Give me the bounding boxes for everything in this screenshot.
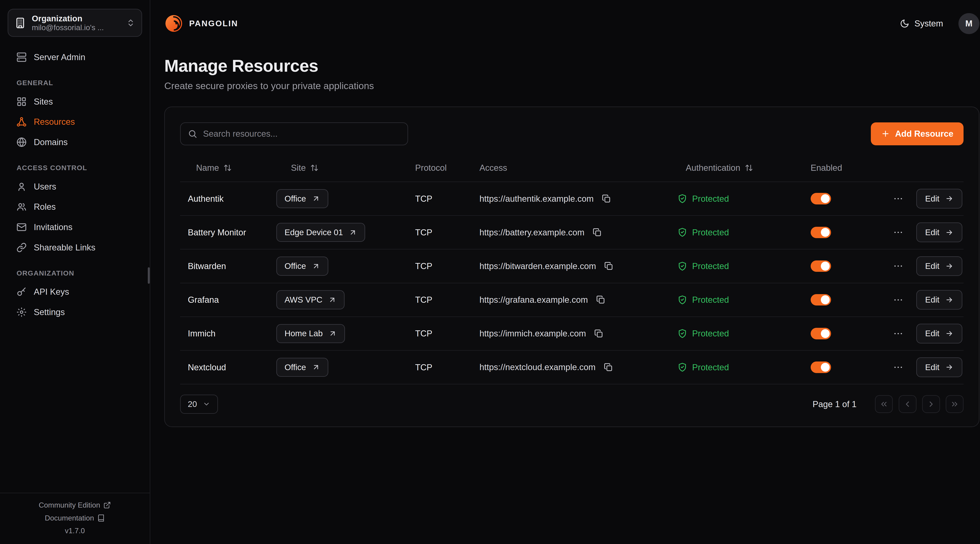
row-menu-button[interactable] — [891, 226, 905, 239]
page-title: Manage Resources — [164, 56, 979, 76]
sidebar-item-roles[interactable]: Roles — [0, 197, 150, 217]
row-menu-button[interactable] — [891, 360, 905, 374]
enabled-toggle[interactable] — [811, 227, 831, 238]
column-header-label: Access — [479, 163, 507, 173]
copy-url-button[interactable] — [591, 227, 603, 238]
row-menu-button[interactable] — [891, 260, 905, 273]
sidebar-item-label: Domains — [34, 137, 68, 147]
column-header-authentication[interactable]: Authentication — [670, 163, 803, 173]
page-size-value: 20 — [188, 400, 197, 409]
sidebar-item-users[interactable]: Users — [0, 176, 150, 197]
sidebar-item-label: Resources — [34, 117, 75, 127]
external-link-icon — [312, 363, 320, 371]
sidebar-item-api-keys[interactable]: API Keys — [0, 282, 150, 302]
access-url: https://bitwarden.example.com — [479, 261, 596, 271]
page-info: Page 1 of 1 — [813, 399, 856, 409]
sidebar-item-server-admin[interactable]: Server Admin — [0, 47, 150, 67]
sidebar-item-sites[interactable]: Sites — [0, 92, 150, 112]
sidebar-item-resources[interactable]: Resources — [0, 112, 150, 132]
first-page-button[interactable] — [875, 395, 893, 413]
row-menu-button[interactable] — [891, 293, 905, 306]
column-header-site[interactable]: Site — [275, 163, 407, 173]
theme-toggle[interactable]: System — [900, 19, 943, 29]
org-picker[interactable]: Organization milo@fossorial.io's ... — [8, 9, 142, 37]
cell-access: https://immich.example.com — [472, 328, 670, 339]
sidebar-item-shareable-links[interactable]: Shareable Links — [0, 237, 150, 258]
edit-button[interactable]: Edit — [916, 222, 963, 242]
site-link-button[interactable]: AWS VPC — [276, 290, 345, 309]
site-link-button[interactable]: Office — [276, 257, 328, 276]
nav-section-heading: GENERAL — [0, 67, 150, 91]
sidebar-item-invitations[interactable]: Invitations — [0, 217, 150, 237]
site-link-button[interactable]: Edge Device 01 — [276, 223, 365, 242]
arrow-right-icon — [945, 363, 953, 371]
enabled-toggle[interactable] — [811, 328, 831, 339]
sidebar-item-label: Users — [34, 182, 56, 192]
auth-status: Protected — [692, 194, 729, 204]
edit-button[interactable]: Edit — [916, 290, 963, 310]
enabled-toggle[interactable] — [811, 260, 831, 272]
cell-site: Office — [275, 257, 407, 276]
sidebar-footer-item[interactable]: Community Edition — [39, 501, 111, 509]
copy-url-button[interactable] — [593, 328, 604, 339]
row-menu-button[interactable] — [891, 192, 905, 205]
copy-url-button[interactable] — [603, 260, 614, 272]
enabled-toggle[interactable] — [811, 193, 831, 204]
edit-button[interactable]: Edit — [916, 189, 963, 209]
page-size-select[interactable]: 20 — [180, 395, 218, 414]
search-input[interactable] — [203, 129, 401, 139]
search-box[interactable] — [180, 122, 408, 145]
copy-icon — [594, 329, 603, 338]
next-page-button[interactable] — [922, 395, 940, 413]
chevron-down-icon — [203, 400, 210, 408]
org-picker-subtitle: milo@fossorial.io's ... — [32, 23, 120, 32]
avatar[interactable]: M — [958, 13, 979, 34]
pangolin-logo-icon — [164, 14, 183, 33]
prev-page-button[interactable] — [899, 395, 916, 413]
column-header-protocol: Protocol — [407, 163, 472, 173]
site-link-button[interactable]: Office — [276, 358, 328, 377]
enabled-toggle[interactable] — [811, 362, 831, 373]
copy-url-button[interactable] — [603, 362, 614, 373]
sidebar-item-settings[interactable]: Settings — [0, 302, 150, 322]
sidebar-footer-item[interactable]: Documentation — [45, 514, 105, 522]
plus-icon — [881, 129, 890, 138]
column-header-label: Site — [291, 163, 306, 173]
copy-url-button[interactable] — [601, 193, 612, 204]
cell-protocol: TCP — [407, 295, 472, 305]
sidebar-item-label: Sites — [34, 97, 53, 106]
sidebar-item-label: API Keys — [34, 287, 69, 297]
theme-label: System — [915, 19, 943, 29]
column-header-enabled: Enabled — [803, 163, 886, 173]
page-head: Manage Resources Create secure proxies t… — [164, 56, 979, 91]
row-menu-button[interactable] — [891, 327, 905, 340]
column-header-label: Protocol — [415, 163, 447, 173]
table-toolbar: Add Resource — [180, 122, 964, 145]
enabled-toggle[interactable] — [811, 294, 831, 306]
column-header-name[interactable]: Name — [180, 163, 275, 173]
cell-access: https://authentik.example.com — [472, 193, 670, 204]
topbar: PANGOLIN System M — [164, 0, 979, 47]
sidebar-item-domains[interactable]: Domains — [0, 132, 150, 152]
site-name: Home Lab — [285, 329, 323, 338]
edit-button[interactable]: Edit — [916, 256, 963, 276]
edit-button[interactable]: Edit — [916, 324, 963, 344]
avatar-initial: M — [965, 19, 972, 29]
arrow-right-icon — [945, 296, 953, 304]
brand[interactable]: PANGOLIN — [164, 14, 238, 33]
site-link-button[interactable]: Home Lab — [276, 324, 345, 343]
brand-name: PANGOLIN — [189, 19, 238, 28]
protocol-value: TCP — [415, 295, 433, 305]
table-body: Authentik Office TCP https://authentik.e… — [180, 182, 964, 384]
add-resource-button[interactable]: Add Resource — [871, 122, 964, 145]
access-url: https://nextcloud.example.com — [479, 362, 595, 372]
edit-label: Edit — [925, 262, 939, 271]
site-link-button[interactable]: Office — [276, 189, 328, 208]
copy-url-button[interactable] — [595, 294, 606, 306]
cell-enabled — [803, 227, 886, 238]
edit-button[interactable]: Edit — [916, 357, 963, 377]
sidebar: Organization milo@fossorial.io's ... Ser… — [0, 0, 150, 544]
sidebar-scrollbar-thumb[interactable] — [148, 267, 150, 284]
last-page-button[interactable] — [946, 395, 964, 413]
shield-check-icon — [678, 262, 687, 271]
